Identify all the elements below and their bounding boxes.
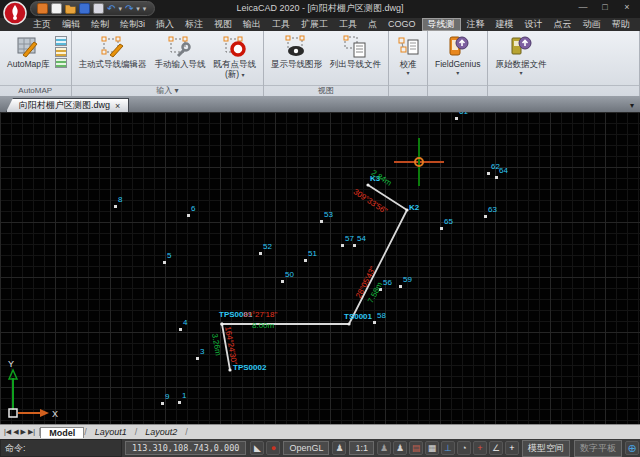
raw-data-file-button[interactable]: 原始数据文件 ▾ <box>492 34 549 77</box>
automap-list-icon-2[interactable] <box>55 47 67 57</box>
save-icon[interactable] <box>79 3 90 14</box>
menu-tab-5[interactable]: 标注 <box>180 19 208 30</box>
ucs-x-label: X <box>52 409 58 419</box>
undo-dropdown-icon[interactable]: ▾ <box>118 5 122 13</box>
show-traverse-graphic-button[interactable]: 显示导线图形 <box>268 34 325 70</box>
group-label-fieldgenius[interactable] <box>428 85 487 96</box>
redo-icon[interactable]: ↷ <box>125 3 133 14</box>
menu-tab-1[interactable]: 编辑 <box>57 19 85 30</box>
perspective-view-icon[interactable]: ◣ <box>250 441 264 455</box>
layout-tab-model[interactable]: Model <box>40 427 84 438</box>
redo-dropdown-icon[interactable]: ▾ <box>136 5 140 13</box>
osnap-icon[interactable]: + <box>473 441 487 455</box>
traverse-editor-icon <box>100 35 126 59</box>
layout-nav-icon-3[interactable]: ▶| <box>28 428 35 436</box>
open-file-icon[interactable] <box>65 3 76 14</box>
automap-mini-buttons <box>55 34 67 68</box>
fieldgenius-button[interactable]: FieldGenius ▾ <box>432 34 483 77</box>
ribbon-panel-input: 主动式导线编辑器 手动输入导线 <box>72 31 265 96</box>
user-star-icon[interactable]: ♟ <box>393 441 407 455</box>
ortho-icon[interactable]: ⊥ <box>441 441 455 455</box>
active-traverse-editor-button[interactable]: 主动式导线编辑器 <box>76 34 150 70</box>
workspace-switch-icon[interactable]: ♟ <box>377 441 391 455</box>
app-logo-icon[interactable] <box>3 1 27 25</box>
workspace-icon[interactable] <box>37 3 48 14</box>
menu-tab-4[interactable]: 插入 <box>151 19 179 30</box>
user-icon[interactable]: ♟ <box>332 441 346 455</box>
existing-point-traverse-button[interactable]: 既有点导线 (新) ▾ <box>211 34 260 80</box>
annotation-scale-button[interactable]: 1:1 <box>349 441 374 455</box>
layout-nav-icon-0[interactable]: |◀ <box>4 428 11 436</box>
document-tab-close-icon[interactable]: × <box>115 101 120 111</box>
layout-nav-icon-1[interactable]: ◀ <box>13 428 18 436</box>
layout-tab-layout2[interactable]: Layout2 <box>137 427 185 437</box>
menu-tab-12[interactable]: COGO <box>383 19 421 30</box>
maximize-button[interactable]: □ <box>594 0 616 15</box>
settings-gear-icon[interactable]: ⊕ <box>625 441 639 455</box>
automap-list-icon-3[interactable] <box>55 58 67 68</box>
menu-tab-8[interactable]: 工具 <box>267 19 295 30</box>
status-bar: 命令: 113.310,108.743,0.000 ◣● OpenGL ♟ 1:… <box>0 439 640 457</box>
menu-tab-15[interactable]: 建模 <box>491 19 519 30</box>
automap-list-icon-1[interactable] <box>55 36 67 46</box>
opengl-button[interactable]: OpenGL <box>283 441 329 455</box>
menu-tab-13[interactable]: 导线测 <box>422 18 461 31</box>
angle-icon[interactable]: ∠ <box>489 441 503 455</box>
calibrate-button[interactable]: 校准 ▾ <box>393 34 423 77</box>
menu-tab-19[interactable]: 帮助 <box>607 19 635 30</box>
undo-icon[interactable]: ↶ <box>107 3 115 14</box>
group-label-rawdata[interactable] <box>488 85 553 96</box>
crosshair-toggle-icon[interactable]: + <box>505 441 519 455</box>
group-label-view[interactable]: 视图 <box>264 85 388 96</box>
menu-tab-11[interactable]: 点 <box>363 19 382 30</box>
manual-input-traverse-button[interactable]: 手动输入导线 <box>152 34 209 70</box>
layout-tab-layout1[interactable]: Layout1 <box>87 427 135 437</box>
ucs-y-label: Y <box>8 359 14 369</box>
automap-library-button[interactable]: AutoMap库 <box>4 34 53 70</box>
document-tab[interactable]: 向阳村棚户区测图.dwg × <box>6 98 129 112</box>
quick-access-toolbar: ↶▾ ↷▾ ▾ <box>30 1 155 16</box>
menu-tab-0[interactable]: 主页 <box>28 19 56 30</box>
menu-tab-7[interactable]: 输出 <box>238 19 266 30</box>
plot-icon[interactable] <box>93 3 104 14</box>
menu-tab-6[interactable]: 视图 <box>209 19 237 30</box>
doc-tab-overflow-icon[interactable]: ▾ <box>630 101 634 110</box>
menu-tab-9[interactable]: 扩展工 <box>296 19 333 30</box>
automap-icon <box>15 35 41 59</box>
station-label-TS0001[interactable]: TS0001 <box>344 313 372 321</box>
qat-overflow-icon[interactable]: ▾ <box>143 5 147 13</box>
layout-nav-icon-2[interactable]: ▶ <box>21 428 26 436</box>
group-label-calibrate[interactable] <box>389 85 427 96</box>
group-label-automap[interactable]: AutoMAP <box>0 85 71 96</box>
drawing-canvas[interactable]: Y X 86536162646365575452515505659584391K… <box>0 112 640 424</box>
time-icon[interactable]: ◔ <box>457 441 471 455</box>
station-label-K2[interactable]: K2 <box>409 204 419 212</box>
fieldgenius-icon <box>445 35 471 59</box>
model-space-button[interactable]: 模型空间 <box>522 440 570 457</box>
menu-tab-14[interactable]: 注释 <box>462 19 490 30</box>
menu-tab-3[interactable]: 绘制3i <box>115 19 150 30</box>
tablet-red-icon[interactable]: ▤ <box>409 441 423 455</box>
group-label-input[interactable]: 输入 ▾ <box>72 85 264 96</box>
menu-tab-10[interactable]: 工具 <box>334 19 362 30</box>
title-bar: ↶▾ ↷▾ ▾ LeicaCAD 2020 - [向阳村棚户区测图.dwg] —… <box>0 0 640 18</box>
ribbon: AutoMap库 AutoMAP <box>0 31 640 96</box>
close-button[interactable]: × <box>616 0 638 15</box>
layout-tab-nav: |◀◀▶▶| <box>0 428 40 436</box>
ucs-icon: Y X <box>8 359 58 419</box>
menu-tab-2[interactable]: 绘制 <box>86 19 114 30</box>
ribbon-panel-rawdata: 原始数据文件 ▾ <box>488 31 553 96</box>
menu-tab-17[interactable]: 点云 <box>549 19 577 30</box>
digitizer-button[interactable]: 数字平板 <box>574 440 622 457</box>
minimize-button[interactable]: — <box>572 0 594 15</box>
show-traverse-icon <box>284 35 310 59</box>
grid-display-icon[interactable]: ▦ <box>425 441 439 455</box>
list-traverse-file-button[interactable]: 列出导线文件 <box>327 34 384 70</box>
command-line[interactable]: 命令: <box>0 439 122 457</box>
annotation-toggle-icon[interactable]: ● <box>266 441 280 455</box>
station-label-TPS0002[interactable]: TPS0002 <box>233 364 266 372</box>
menu-tab-16[interactable]: 设计 <box>520 19 548 30</box>
new-file-icon[interactable] <box>51 3 62 14</box>
menu-tab-18[interactable]: 动画 <box>578 19 606 30</box>
angle-label-0: 89°27'18" <box>243 311 277 319</box>
